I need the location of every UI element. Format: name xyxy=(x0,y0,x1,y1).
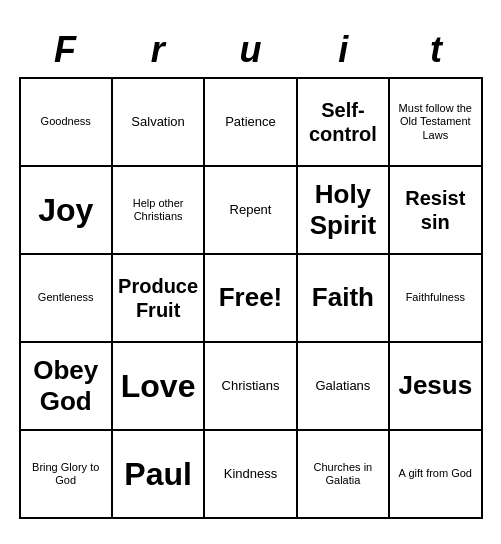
cell-text: Joy xyxy=(38,191,93,229)
cell-r1-c4: Resist sin xyxy=(390,167,482,255)
cell-r3-c2: Christians xyxy=(205,343,297,431)
cell-text: Galatians xyxy=(315,378,370,394)
bingo-card: Fruit GoodnessSalvationPatienceSelf-cont… xyxy=(11,17,491,527)
cell-text: Love xyxy=(121,367,196,405)
cell-r3-c0: Obey God xyxy=(21,343,113,431)
header-letter: i xyxy=(297,25,390,75)
cell-r3-c3: Galatians xyxy=(298,343,390,431)
cell-text: Kindness xyxy=(224,466,277,482)
bingo-grid: GoodnessSalvationPatienceSelf-controlMus… xyxy=(19,77,483,519)
header-letter: r xyxy=(111,25,204,75)
cell-r2-c1: Produce Fruit xyxy=(113,255,205,343)
cell-text: Holy Spirit xyxy=(302,179,384,241)
cell-text: Christians xyxy=(222,378,280,394)
cell-r1-c0: Joy xyxy=(21,167,113,255)
cell-text: Salvation xyxy=(131,114,184,130)
cell-text: Free! xyxy=(219,282,283,313)
cell-r2-c0: Gentleness xyxy=(21,255,113,343)
cell-r2-c2: Free! xyxy=(205,255,297,343)
cell-r0-c3: Self-control xyxy=(298,79,390,167)
cell-text: Self-control xyxy=(302,98,384,146)
cell-text: Jesus xyxy=(398,370,472,401)
cell-text: Repent xyxy=(230,202,272,218)
header-letter: F xyxy=(19,25,112,75)
cell-r4-c2: Kindness xyxy=(205,431,297,519)
cell-text: Goodness xyxy=(41,115,91,128)
header-letter: t xyxy=(390,25,483,75)
cell-r1-c1: Help other Christians xyxy=(113,167,205,255)
cell-text: A gift from God xyxy=(399,467,472,480)
cell-text: Obey God xyxy=(25,355,107,417)
cell-r1-c3: Holy Spirit xyxy=(298,167,390,255)
cell-text: Patience xyxy=(225,114,276,130)
cell-text: Help other Christians xyxy=(117,197,199,223)
cell-text: Faithfulness xyxy=(406,291,465,304)
header-letter: u xyxy=(204,25,297,75)
cell-text: Must follow the Old Testament Laws xyxy=(394,102,476,142)
cell-text: Bring Glory to God xyxy=(25,461,107,487)
cell-r4-c1: Paul xyxy=(113,431,205,519)
cell-r2-c3: Faith xyxy=(298,255,390,343)
cell-r0-c1: Salvation xyxy=(113,79,205,167)
cell-r1-c2: Repent xyxy=(205,167,297,255)
cell-text: Produce Fruit xyxy=(117,274,199,322)
cell-r4-c4: A gift from God xyxy=(390,431,482,519)
cell-r0-c4: Must follow the Old Testament Laws xyxy=(390,79,482,167)
cell-r0-c2: Patience xyxy=(205,79,297,167)
cell-text: Resist sin xyxy=(394,186,476,234)
cell-text: Churches in Galatia xyxy=(302,461,384,487)
cell-r3-c1: Love xyxy=(113,343,205,431)
cell-r0-c0: Goodness xyxy=(21,79,113,167)
cell-r4-c0: Bring Glory to God xyxy=(21,431,113,519)
cell-text: Gentleness xyxy=(38,291,94,304)
cell-r3-c4: Jesus xyxy=(390,343,482,431)
cell-r2-c4: Faithfulness xyxy=(390,255,482,343)
cell-r4-c3: Churches in Galatia xyxy=(298,431,390,519)
cell-text: Paul xyxy=(124,455,192,493)
cell-text: Faith xyxy=(312,282,374,313)
header-row: Fruit xyxy=(19,25,483,75)
